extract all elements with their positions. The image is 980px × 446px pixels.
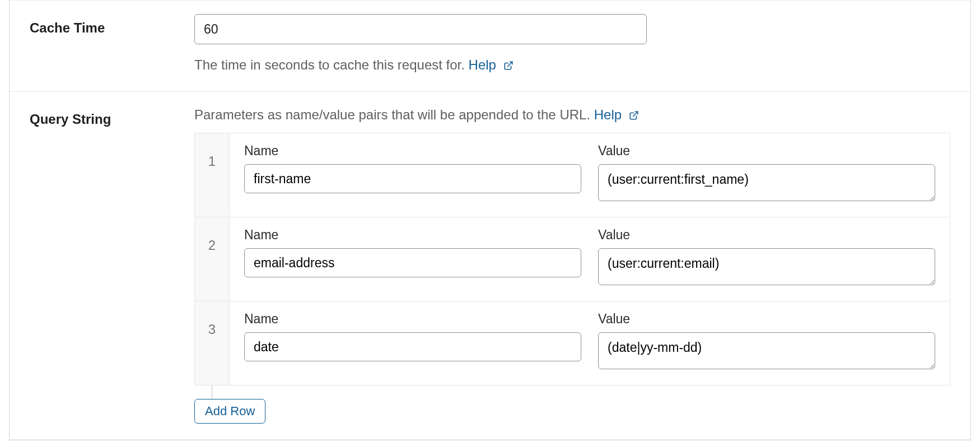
table-row: 1 Name Value (user:current:first_name) <box>195 133 950 217</box>
query-string-section: Query String Parameters as name/value pa… <box>10 92 970 440</box>
row-number: 1 <box>195 133 230 217</box>
param-name-input[interactable] <box>244 164 581 193</box>
cache-time-help-link[interactable]: Help <box>469 57 514 72</box>
name-header: Name <box>244 312 581 327</box>
query-string-help-link[interactable]: Help <box>594 107 639 122</box>
row-number: 3 <box>195 301 230 385</box>
cache-time-desc-text: The time in seconds to cache this reques… <box>194 57 469 72</box>
add-row-button[interactable]: Add Row <box>194 399 265 424</box>
param-value-input[interactable]: (user:current:email) <box>598 248 935 285</box>
cache-time-label: Cache Time <box>30 14 194 76</box>
table-row: 2 Name Value (user:current:email) <box>195 217 950 301</box>
param-name-input[interactable] <box>244 248 581 277</box>
value-header: Value <box>598 143 935 159</box>
external-link-icon <box>629 106 639 126</box>
help-link-text: Help <box>594 107 622 122</box>
value-header: Value <box>598 312 935 327</box>
query-string-description: Parameters as name/value pairs that will… <box>194 105 950 126</box>
query-rows-table: 1 Name Value (user:current:first_name) 2… <box>194 133 950 385</box>
cache-time-input[interactable] <box>194 14 647 44</box>
table-row: 3 Name Value (date|yy-mm-dd) <box>195 301 950 385</box>
name-header: Name <box>244 143 581 159</box>
svg-line-0 <box>507 62 512 66</box>
external-link-icon <box>503 57 514 76</box>
connector-line <box>212 385 212 399</box>
name-header: Name <box>244 227 581 243</box>
help-link-text: Help <box>469 57 496 72</box>
param-value-input[interactable]: (date|yy-mm-dd) <box>598 332 935 369</box>
cache-time-section: Cache Time The time in seconds to cache … <box>10 0 970 92</box>
query-string-desc-text: Parameters as name/value pairs that will… <box>194 107 594 122</box>
param-name-input[interactable] <box>244 332 581 361</box>
query-string-label: Query String <box>30 105 194 424</box>
param-value-input[interactable]: (user:current:first_name) <box>598 164 935 201</box>
svg-line-1 <box>633 112 637 116</box>
settings-panel: Cache Time The time in seconds to cache … <box>9 0 971 440</box>
cache-time-description: The time in seconds to cache this reques… <box>194 55 950 76</box>
value-header: Value <box>598 227 935 243</box>
row-number: 2 <box>195 217 230 301</box>
